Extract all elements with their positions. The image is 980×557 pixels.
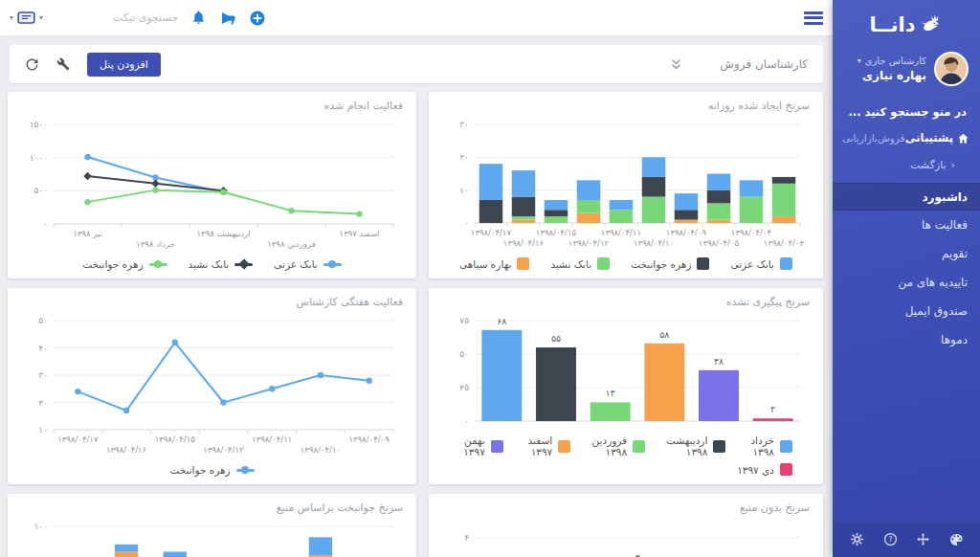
svg-text:۱۳۹۸/۰۴/۱۶: ۱۳۹۸/۰۴/۱۶ bbox=[503, 238, 544, 248]
dana-logo[interactable]: دانــا bbox=[833, 8, 980, 42]
chart-unfollowed-leads[interactable]: ۰۲۵۵۰۷۵۶۸۵۵۱۴۵۸۳۸۲ bbox=[442, 312, 810, 433]
sidebar-tab-1[interactable]: فروش bbox=[878, 132, 905, 144]
svg-text:۴: ۴ bbox=[464, 533, 469, 543]
svg-text:۳۰: ۳۰ bbox=[459, 120, 469, 129]
svg-text:۴۰: ۴۰ bbox=[38, 344, 48, 353]
bell-icon[interactable] bbox=[190, 10, 207, 26]
chart-leads-without-source[interactable]: ۰۱۲۳۴۳ bbox=[442, 518, 810, 557]
back-button[interactable]: ‹ بازگشت bbox=[833, 159, 980, 171]
sidebar-nav: داشبوردفعالیت هاتقویمتاییدیه های منصندوق… bbox=[833, 183, 980, 355]
current-user-role: کارشناس جاری bbox=[865, 56, 926, 66]
svg-text:۵۰۰: ۵۰۰ bbox=[33, 186, 48, 195]
legend-label: بهمن ۱۳۹۷ bbox=[459, 434, 485, 457]
sidebar-item-link[interactable]: صندوق ایمیل bbox=[833, 298, 980, 325]
chart-javanbakht-leads-by-source[interactable]: ۰۵۰۱۰۰ bbox=[21, 518, 403, 557]
legend-label: دی ۱۳۹۷ bbox=[737, 464, 774, 476]
legend-item[interactable]: زهره جوانبخت bbox=[169, 464, 254, 476]
settings-icon[interactable] bbox=[849, 532, 864, 547]
legend-item[interactable]: اردیبهشت ۱۳۹۸ bbox=[666, 434, 725, 457]
svg-text:۶۸: ۶۸ bbox=[497, 316, 506, 326]
legend-item[interactable]: بابک نشید bbox=[550, 257, 610, 270]
chevron-down-icon[interactable]: ▾ bbox=[858, 56, 861, 65]
legend-item[interactable]: بابک نشید bbox=[189, 258, 254, 270]
legend-label: بابک نشید bbox=[550, 258, 591, 270]
svg-text:۱۳۹۸/۰۴/۱۷: ۱۳۹۸/۰۴/۱۷ bbox=[57, 434, 99, 444]
app-window: دانــا کارشناس جاری ▾ بهاره نیازی در منو… bbox=[0, 0, 980, 557]
legend-item[interactable]: زهره جوانبخت bbox=[82, 258, 167, 270]
chevron-down-icon: ▾ bbox=[39, 13, 43, 22]
svg-text:۳: ۳ bbox=[635, 552, 639, 557]
svg-text:۵۰: ۵۰ bbox=[38, 316, 48, 325]
svg-text:۱۴: ۱۴ bbox=[606, 388, 615, 398]
svg-text:۱۵۰۰: ۱۵۰۰ bbox=[30, 120, 48, 129]
legend-item[interactable]: بابک عزتی bbox=[730, 257, 792, 270]
legend-item[interactable]: اسفند ۱۳۹۷ bbox=[524, 434, 570, 457]
card-unfollowed-leads: سرنخ پیگیری نشده۰۲۵۵۰۷۵۶۸۵۵۱۴۵۸۳۸۲خرداد … bbox=[429, 288, 823, 484]
legend-item[interactable]: خرداد ۱۳۹۸ bbox=[746, 434, 792, 457]
collapse-icon[interactable] bbox=[669, 57, 683, 72]
legend-item[interactable]: بابک عزتی bbox=[274, 258, 342, 270]
home-icon bbox=[957, 132, 969, 145]
palette-icon[interactable] bbox=[948, 532, 964, 547]
legend-marker bbox=[234, 263, 253, 266]
dashboard-toolbar: کارشناسان فروش افزودن پنل bbox=[10, 45, 823, 83]
sidebar-item-active[interactable]: داشبورد bbox=[833, 183, 980, 211]
svg-text:۱۳۹۸/۰۴/۱۰: ۱۳۹۸/۰۴/۱۰ bbox=[634, 238, 674, 248]
chart-title: فعالیت انجام شده bbox=[21, 100, 403, 116]
menu-icon[interactable] bbox=[804, 11, 823, 25]
sidebar-tab-2[interactable]: بازاریابی bbox=[842, 132, 878, 144]
user-avatar[interactable] bbox=[934, 52, 969, 86]
sidebar-tab-label: پشتیبانی bbox=[905, 131, 953, 145]
search-input[interactable] bbox=[56, 11, 178, 24]
sidebar-item-link[interactable]: تاییدیه های من bbox=[833, 269, 980, 297]
svg-text:۱۳۹۸/۰۴/۱۷: ۱۳۹۸/۰۴/۱۷ bbox=[471, 228, 512, 237]
sidebar-tab-label: بازاریابی bbox=[842, 132, 878, 144]
hoopoe-bird-icon bbox=[919, 12, 944, 37]
chart-legend: بابک عزتیزهره جوانبختبابک نشیدبهاره سیاه… bbox=[442, 256, 810, 274]
move-icon[interactable] bbox=[915, 532, 930, 547]
legend-item[interactable]: بهمن ۱۳۹۷ bbox=[459, 434, 503, 457]
megaphone-icon[interactable] bbox=[219, 10, 236, 27]
svg-text:۱۳۹۸/۰۴/۰۹: ۱۳۹۸/۰۴/۰۹ bbox=[666, 228, 707, 237]
cards-grid: سرنخ ایجاد شده روزانه۰۱۰۲۰۳۰۱۳۹۸/۰۴/۱۷۱۳… bbox=[10, 92, 823, 557]
legend-marker bbox=[491, 440, 503, 453]
chevron-down-icon: ▾ bbox=[10, 13, 13, 22]
refresh-icon[interactable] bbox=[25, 57, 39, 72]
svg-text:۱۳۹۸ اردیبهشت: ۱۳۹۸ اردیبهشت bbox=[197, 229, 251, 238]
wrench-icon[interactable] bbox=[56, 57, 70, 71]
legend-item[interactable]: زهره جوانبخت bbox=[631, 257, 709, 270]
sidebar-module-tabs: پشتیبانیفروشبازاریابی bbox=[833, 131, 980, 145]
ticket-type-icon[interactable]: ▾ ▾ bbox=[10, 11, 43, 25]
sidebar-item-link[interactable]: تقویم bbox=[833, 240, 980, 268]
chart-title: سرنخ ایجاد شده روزانه bbox=[442, 100, 810, 116]
sidebar-tab-0[interactable]: پشتیبانی bbox=[905, 131, 969, 145]
current-user[interactable]: کارشناس جاری ▾ بهاره نیازی bbox=[833, 52, 980, 86]
legend-label: اسفند ۱۳۹۷ bbox=[524, 434, 552, 457]
svg-text:۵۰: ۵۰ bbox=[459, 349, 469, 359]
svg-text:۱۳۹۸/۰۴/۱۱: ۱۳۹۸/۰۴/۱۱ bbox=[252, 434, 292, 444]
svg-text:۱۳۹۸/۰۴/۱۵: ۱۳۹۸/۰۴/۱۵ bbox=[536, 228, 577, 237]
chart-legend: زهره جوانبخت bbox=[21, 462, 403, 479]
sidebar-menu-search-input[interactable]: در منو جستجو کنید ... bbox=[846, 105, 967, 119]
svg-text:۱۳۹۸/۰۴/۰۴: ۱۳۹۸/۰۴/۰۴ bbox=[731, 228, 771, 237]
legend-item[interactable]: فروردین ۱۳۹۸ bbox=[591, 434, 645, 457]
add-icon[interactable] bbox=[249, 10, 266, 27]
chart-weekly-expert-activity[interactable]: ۱۰۲۰۳۰۴۰۵۰۱۳۹۸/۰۴/۱۷۱۳۹۸/۰۴/۱۶۱۳۹۸/۰۴/۱۵… bbox=[21, 312, 403, 462]
svg-text:۱۰۰: ۱۰۰ bbox=[33, 522, 48, 531]
legend-marker bbox=[780, 440, 792, 453]
legend-marker bbox=[780, 463, 792, 476]
legend-marker bbox=[236, 469, 255, 472]
chart-legend: بابک عزتیبابک نشیدزهره جوانبخت bbox=[21, 256, 403, 274]
sidebar-item-link[interactable]: فعالیت ها bbox=[833, 212, 980, 239]
sidebar-item-link[interactable]: دموها bbox=[833, 326, 980, 354]
svg-text:۳۰: ۳۰ bbox=[38, 370, 48, 380]
svg-text:۱۳۹۷ اسفند: ۱۳۹۷ اسفند bbox=[340, 229, 380, 238]
add-panel-button[interactable]: افزودن پنل bbox=[87, 53, 161, 77]
svg-text:۷۵: ۷۵ bbox=[459, 316, 469, 325]
help-icon[interactable]: ? bbox=[882, 532, 898, 547]
legend-item[interactable]: دی ۱۳۹۷ bbox=[737, 463, 792, 476]
chart-daily-created-leads[interactable]: ۰۱۰۲۰۳۰۱۳۹۸/۰۴/۱۷۱۳۹۸/۰۴/۱۶۱۳۹۸/۰۴/۱۵۱۳۹… bbox=[442, 116, 810, 256]
chart-done-activities[interactable]: ۰۵۰۰۱۰۰۰۱۵۰۰۱۳۹۸ تیر۱۳۹۸ خرداد۱۳۹۸ اردیب… bbox=[21, 116, 403, 256]
legend-item[interactable]: بهاره سیاهی bbox=[459, 257, 529, 270]
legend-marker bbox=[780, 257, 792, 270]
